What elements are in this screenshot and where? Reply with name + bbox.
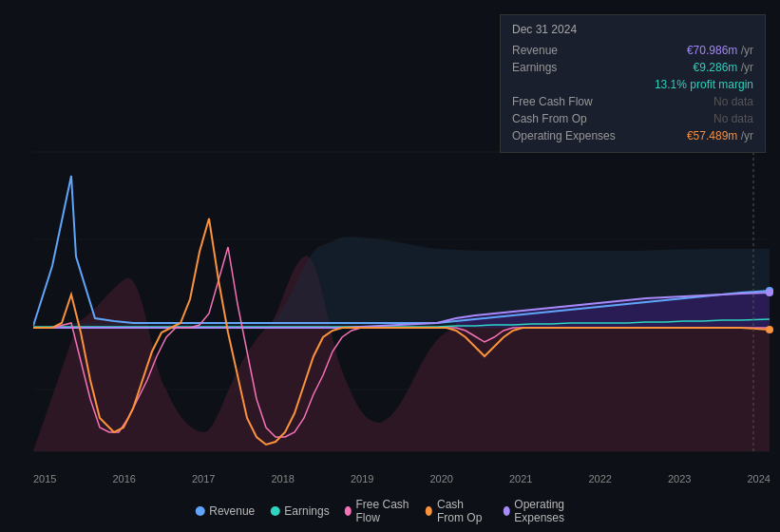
legend-revenue[interactable]: Revenue: [195, 504, 255, 518]
cashop-label: Cash From Op: [512, 112, 626, 125]
earnings-dot: [270, 506, 279, 516]
margin-value: 13.1% profit margin: [655, 78, 753, 91]
x-label-2021: 2021: [509, 473, 532, 484]
cashop-dot: [426, 506, 432, 516]
earnings-label: Earnings: [512, 61, 626, 74]
legend-cashop-label: Cash From Op: [437, 498, 488, 524]
opex-dot: [503, 506, 509, 516]
legend-earnings-label: Earnings: [284, 504, 329, 518]
tooltip-date: Dec 31 2024: [512, 23, 753, 36]
opex-endpoint: [766, 289, 773, 296]
x-label-2018: 2018: [272, 473, 295, 484]
revenue-label: Revenue: [512, 44, 626, 57]
x-label-2015: 2015: [33, 473, 56, 484]
tooltip-row-margin: 13.1% profit margin: [512, 76, 753, 93]
x-label-2024: 2024: [748, 473, 770, 484]
x-label-2019: 2019: [351, 473, 373, 484]
chart-legend: Revenue Earnings Free Cash Flow Cash Fro…: [195, 498, 585, 524]
earnings-value: €9.286m /yr: [694, 61, 753, 74]
opex-value: €57.489m /yr: [687, 129, 753, 142]
revenue-dot: [195, 506, 204, 516]
legend-cashop[interactable]: Cash From Op: [426, 498, 487, 524]
fcf-value: No data: [713, 95, 753, 108]
revenue-value: €70.986m /yr: [687, 44, 753, 57]
legend-opex-label: Operating Expenses: [514, 498, 584, 524]
chart-container: Dec 31 2024 Revenue €70.986m /yr Earning…: [0, 0, 780, 532]
x-label-2020: 2020: [430, 473, 453, 484]
cashop-value: No data: [713, 112, 753, 125]
tooltip-card: Dec 31 2024 Revenue €70.986m /yr Earning…: [500, 14, 766, 153]
legend-revenue-label: Revenue: [209, 504, 255, 518]
tooltip-row-fcf: Free Cash Flow No data: [512, 93, 753, 110]
tooltip-row-cashop: Cash From Op No data: [512, 110, 753, 127]
legend-earnings[interactable]: Earnings: [270, 504, 329, 518]
x-label-2017: 2017: [192, 473, 215, 484]
x-axis-labels: 2015 2016 2017 2018 2019 2020 2021 2022 …: [33, 473, 770, 484]
legend-fcf[interactable]: Free Cash Flow: [345, 498, 411, 524]
fcf-label: Free Cash Flow: [512, 95, 626, 108]
x-label-2022: 2022: [589, 473, 612, 484]
tooltip-row-opex: Operating Expenses €57.489m /yr: [512, 127, 753, 144]
tooltip-row-revenue: Revenue €70.986m /yr: [512, 42, 753, 59]
cashop-endpoint: [766, 326, 773, 333]
tooltip-row-earnings: Earnings €9.286m /yr: [512, 59, 753, 76]
legend-opex[interactable]: Operating Expenses: [503, 498, 584, 524]
x-label-2016: 2016: [113, 473, 136, 484]
x-label-2023: 2023: [668, 473, 691, 484]
opex-label: Operating Expenses: [512, 129, 626, 142]
legend-fcf-label: Free Cash Flow: [355, 498, 410, 524]
fcf-dot: [345, 506, 352, 516]
